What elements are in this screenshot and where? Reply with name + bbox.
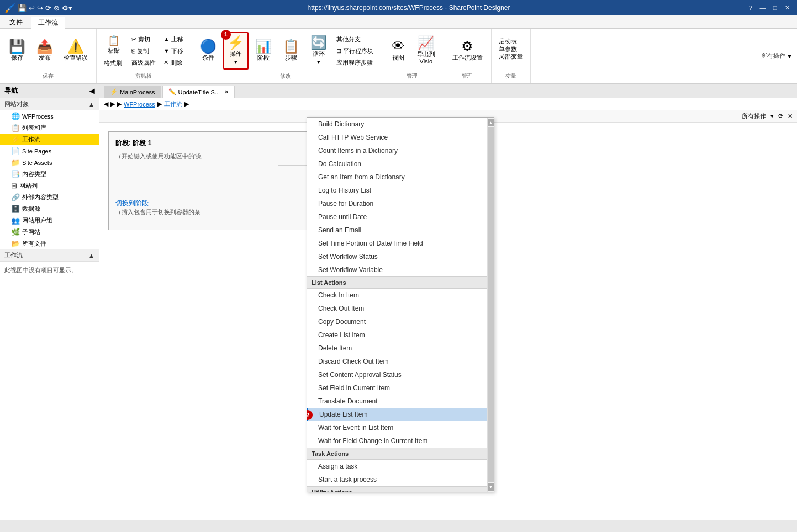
stage-button[interactable]: 📊 阶段 (251, 32, 276, 70)
nav-item-workflow[interactable]: ⚡ 工作流 (0, 134, 99, 145)
breadcrumb-site[interactable]: WFProcess (124, 101, 155, 108)
menu-scrollbar[interactable]: ▲ ▼ (487, 118, 494, 492)
toolbar-refresh[interactable]: ⟳ (778, 113, 783, 120)
window-title: https://linyus.sharepoint.com/sites/WFPr… (72, 4, 745, 12)
menu-item-pause-date[interactable]: Pause until Date (307, 210, 494, 224)
condition-button[interactable]: 🔵 条件 (196, 32, 221, 70)
local-var-button[interactable]: 局部变量 (496, 51, 526, 62)
minimize-button[interactable]: — (757, 2, 768, 13)
publish-button[interactable]: 📤 发布 (32, 32, 57, 70)
parallel-block-button[interactable]: ⊞ 平行程序块 (334, 45, 376, 56)
nav-item-datasrc[interactable]: 🗄️ 数据源 (0, 203, 99, 215)
all-actions-dropdown[interactable]: ▼ (787, 53, 793, 60)
wf-settings-button[interactable]: ⚙ 工作流设置 (448, 32, 487, 70)
menu-item-set-approval[interactable]: Set Content Approval Status (307, 368, 494, 381)
menu-item-set-wf-status[interactable]: Set Workflow Status (307, 250, 494, 263)
other-branch-button[interactable]: 其他分支 (334, 34, 376, 45)
doc-tab-update[interactable]: ✏️ UpdateTitle S... ✕ (162, 86, 235, 98)
nav-item-ext-content[interactable]: 🔗 外部内容类型 (0, 191, 99, 203)
loop-button[interactable]: 🔄 循环 ▾ (306, 32, 331, 70)
maximize-button[interactable]: □ (769, 2, 780, 13)
delete-button[interactable]: ✕ 删除 (161, 57, 186, 68)
nav-collapse-icon[interactable]: ◀ (89, 87, 94, 95)
switch-title[interactable]: 切换到阶段 (115, 199, 322, 208)
menu-item-send-email[interactable]: Send an Email (307, 224, 494, 237)
advanced-props-button[interactable]: 高级属性 (129, 57, 159, 68)
nav-item-site-assets[interactable]: 📁 Site Assets (0, 157, 99, 168)
scroll-down-btn[interactable]: ▼ (488, 483, 494, 491)
nav-item-site-cols[interactable]: ⊟ 网站列 (0, 180, 99, 191)
quick-refresh[interactable]: ⟳ (45, 4, 51, 12)
export-visio-button[interactable]: 📈 导出到Visio (413, 32, 439, 70)
quick-more[interactable]: ⚙▾ (62, 4, 72, 12)
menu-item-log-history[interactable]: Log to History List (307, 184, 494, 197)
breadcrumb-forward[interactable]: ▶ (110, 100, 115, 108)
quick-save[interactable]: 💾 (18, 4, 27, 12)
menu-item-translate[interactable]: Translate Document (307, 395, 494, 408)
menu-item-delete-item[interactable]: Delete Item (307, 342, 494, 355)
app-step-button[interactable]: 应用程序步骤 (334, 57, 376, 68)
nav-item-site-pages[interactable]: 📄 Site Pages (0, 145, 99, 157)
action-button[interactable]: ⚡ 操作 ▾ 1 (223, 32, 249, 70)
menu-item-set-time[interactable]: Set Time Portion of Date/Time Field (307, 237, 494, 250)
doc-tab-close[interactable]: ✕ (224, 89, 229, 95)
move-down-button[interactable]: ▼ 下移 (161, 45, 186, 56)
menu-item-count-items[interactable]: Count Items in a Dictionary (307, 144, 494, 157)
menu-item-create-list-item[interactable]: Create List Item (307, 328, 494, 342)
quick-undo[interactable]: ↩ (29, 4, 35, 12)
tab-workflow[interactable]: 工作流 (31, 17, 65, 29)
nav-item-subsite[interactable]: 🌿 子网站 (0, 226, 99, 238)
breadcrumb-workflow[interactable]: 工作流 (164, 100, 182, 108)
stage-body-text: （开始键入或使用功能区中的'操 (115, 153, 202, 159)
menu-item-do-calc[interactable]: Do Calculation (307, 157, 494, 171)
site-icon: 🌐 (11, 112, 20, 120)
cut-button[interactable]: ✂ 剪切 (129, 34, 159, 45)
nav-item-wfprocess[interactable]: 🌐 WFProcess (0, 110, 99, 122)
scroll-thumb[interactable] (488, 127, 494, 482)
check-errors-button[interactable]: ⚠️ 检查错误 (60, 32, 92, 70)
site-objects-header[interactable]: 网站对象 ▲ (0, 98, 99, 110)
menu-item-wait-field[interactable]: Wait for Field Change in Current Item (307, 434, 494, 448)
quick-stop[interactable]: ⊗ (54, 4, 60, 12)
workflow-section-label: 工作流 (4, 251, 23, 259)
step-button[interactable]: 📋 步骤 (278, 32, 304, 70)
format-button[interactable]: 格式刷 (101, 58, 126, 69)
workflow-section-header[interactable]: 工作流 ▲ (0, 249, 99, 262)
menu-item-assign-task[interactable]: Assign a task (307, 460, 494, 473)
menu-item-set-field[interactable]: Set Field in Current Item (307, 381, 494, 395)
menu-item-call-http[interactable]: Call HTTP Web Service (307, 131, 494, 144)
toolbar-close[interactable]: ✕ (788, 113, 793, 120)
nav-item-content-types[interactable]: 📑 内容类型 (0, 168, 99, 180)
menu-item-check-out[interactable]: Check Out Item (307, 302, 494, 315)
scroll-up-btn[interactable]: ▲ (488, 119, 494, 126)
menu-item-pause-duration[interactable]: Pause for Duration (307, 197, 494, 210)
breadcrumb-back[interactable]: ◀ (104, 100, 108, 108)
switch-section: 切换到阶段 （插入包含用于切换到容器的条 (115, 194, 322, 216)
menu-item-update-list[interactable]: 2 Update List Item (307, 408, 494, 421)
paste-button[interactable]: 📋 粘贴 (101, 33, 126, 57)
close-button[interactable]: ✕ (782, 2, 793, 13)
menu-item-start-task[interactable]: Start a task process (307, 473, 494, 486)
copy-button[interactable]: ⎘ 复制 (129, 45, 159, 56)
nav-item-allfiles[interactable]: 📂 所有文件 (0, 238, 99, 249)
help-button[interactable]: ? (745, 2, 756, 13)
delete-label: 删除 (170, 58, 182, 67)
view-button[interactable]: 👁 视图 (386, 32, 411, 70)
menu-item-get-item[interactable]: Get an Item from a Dictionary (307, 171, 494, 184)
tab-file[interactable]: 文件 (2, 16, 30, 28)
quick-redo[interactable]: ↪ (37, 4, 43, 12)
menu-item-discard-checkout[interactable]: Discard Check Out Item (307, 355, 494, 368)
save-button[interactable]: 💾 保存 (4, 32, 30, 70)
menu-item-check-in[interactable]: Check In Item (307, 289, 494, 302)
other-branch-label: 其他分支 (336, 35, 361, 44)
menu-item-wait-event[interactable]: Wait for Event in List Item (307, 421, 494, 434)
start-button[interactable]: 启动表单参数 (496, 40, 526, 51)
doc-tab-main[interactable]: ⚡ MainProcess (104, 86, 161, 98)
menu-item-set-wf-var[interactable]: Set Workflow Variable (307, 263, 494, 276)
menu-item-copy-doc[interactable]: Copy Document (307, 315, 494, 328)
nav-item-users[interactable]: 👥 网站用户组 (0, 215, 99, 226)
menu-item-build-dict[interactable]: Build Dictionary (307, 118, 494, 131)
nav-item-lists[interactable]: 📋 列表和库 (0, 122, 99, 134)
toolbar-dropdown-icon[interactable]: ▾ (770, 113, 774, 120)
move-up-button[interactable]: ▲ 上移 (161, 34, 186, 45)
